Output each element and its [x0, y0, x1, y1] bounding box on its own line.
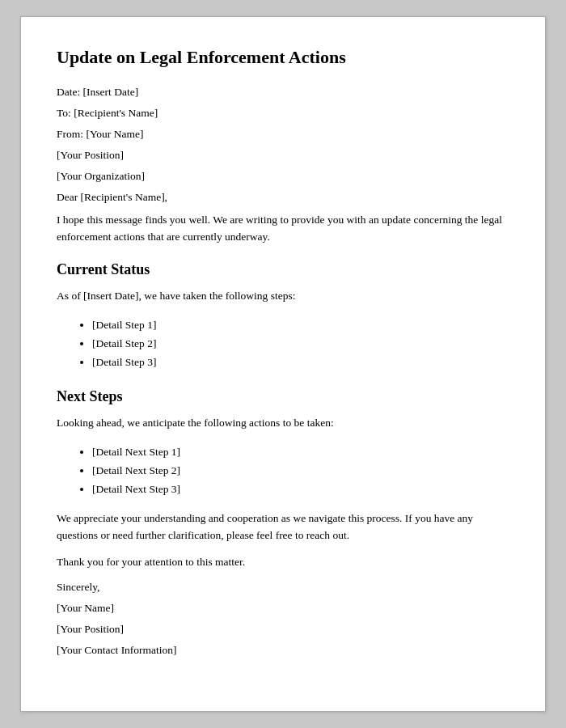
section-heading-next-steps: Next Steps: [57, 388, 509, 405]
meta-date: Date: [Insert Date]: [57, 86, 509, 99]
current-status-intro: As of [Insert Date], we have taken the f…: [57, 288, 509, 305]
meta-from: From: [Your Name]: [57, 128, 509, 141]
document-body: Update on Legal Enforcement Actions Date…: [20, 16, 546, 712]
current-status-list: [Detail Step 1] [Detail Step 2] [Detail …: [92, 316, 509, 372]
meta-org: [Your Organization]: [57, 170, 509, 183]
list-item: [Detail Next Step 3]: [92, 480, 509, 499]
list-item: [Detail Step 1]: [92, 316, 509, 335]
sign-off-name: [Your Name]: [57, 602, 509, 615]
sign-off-sincerely: Sincerely,: [57, 581, 509, 594]
closing-paragraph-1: We appreciate your understanding and coo…: [57, 510, 509, 544]
next-steps-intro: Looking ahead, we anticipate the followi…: [57, 415, 509, 432]
sign-off-contact: [Your Contact Information]: [57, 644, 509, 657]
closing-paragraph-2: Thank you for your attention to this mat…: [57, 554, 509, 571]
document-title: Update on Legal Enforcement Actions: [57, 46, 509, 70]
meta-to: To: [Recipient's Name]: [57, 107, 509, 120]
next-steps-list: [Detail Next Step 1] [Detail Next Step 2…: [92, 443, 509, 499]
greeting-line: Dear [Recipient's Name],: [57, 191, 509, 204]
list-item: [Detail Next Step 2]: [92, 462, 509, 480]
intro-paragraph: I hope this message finds you well. We a…: [57, 212, 509, 246]
list-item: [Detail Next Step 1]: [92, 443, 509, 462]
sign-off-position: [Your Position]: [57, 623, 509, 636]
meta-position: [Your Position]: [57, 149, 509, 162]
section-heading-current-status: Current Status: [57, 261, 509, 278]
list-item: [Detail Step 3]: [92, 353, 509, 372]
list-item: [Detail Step 2]: [92, 335, 509, 353]
